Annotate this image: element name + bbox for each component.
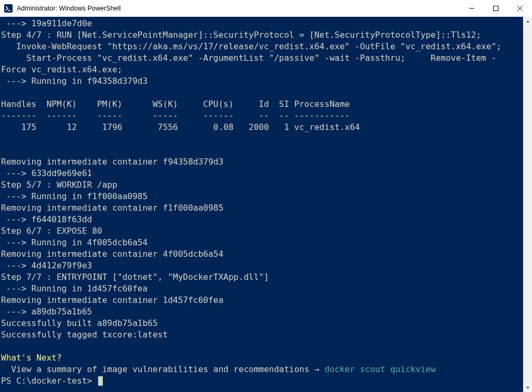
suggested-command: docker scout quickview xyxy=(325,364,436,374)
whats-next-heading: What's Next? xyxy=(1,353,62,363)
window-title: Administrator: Windows PowerShell xyxy=(17,5,460,12)
window-controls xyxy=(460,0,532,17)
titlebar: Administrator: Windows PowerShell xyxy=(0,0,532,17)
scroll-up-button[interactable] xyxy=(523,17,532,26)
terminal-area: ---> 19a911de7d0e Step 4/7 : RUN [Net.Se… xyxy=(0,17,532,392)
terminal-output[interactable]: ---> 19a911de7d0e Step 4/7 : RUN [Net.Se… xyxy=(0,17,523,392)
close-button[interactable] xyxy=(508,0,532,17)
powershell-icon xyxy=(4,4,13,13)
scrollbar[interactable] xyxy=(523,17,532,392)
cursor xyxy=(98,376,103,386)
prompt: PS C:\docker-test> xyxy=(1,376,97,386)
minimize-button[interactable] xyxy=(460,0,484,17)
svg-rect-3 xyxy=(494,6,498,11)
scroll-down-button[interactable] xyxy=(523,383,532,392)
maximize-button[interactable] xyxy=(484,0,508,17)
